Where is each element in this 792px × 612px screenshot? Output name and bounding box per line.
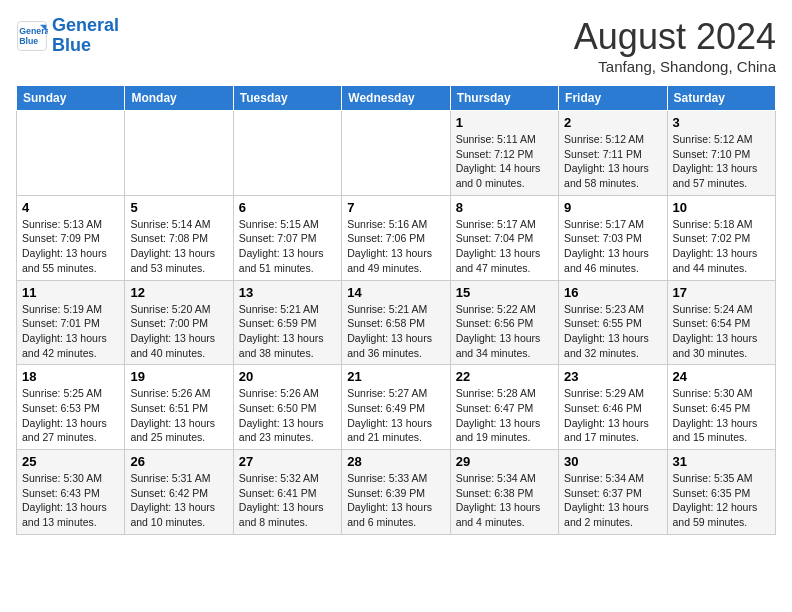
day-cell bbox=[17, 111, 125, 196]
day-info: Sunrise: 5:34 AM Sunset: 6:37 PM Dayligh… bbox=[564, 471, 661, 530]
day-info: Sunrise: 5:33 AM Sunset: 6:39 PM Dayligh… bbox=[347, 471, 444, 530]
day-info: Sunrise: 5:21 AM Sunset: 6:58 PM Dayligh… bbox=[347, 302, 444, 361]
day-number: 7 bbox=[347, 200, 444, 215]
day-number: 19 bbox=[130, 369, 227, 384]
svg-text:Blue: Blue bbox=[19, 36, 38, 46]
day-info: Sunrise: 5:32 AM Sunset: 6:41 PM Dayligh… bbox=[239, 471, 336, 530]
week-row-4: 18Sunrise: 5:25 AM Sunset: 6:53 PM Dayli… bbox=[17, 365, 776, 450]
logo: General Blue GeneralBlue bbox=[16, 16, 119, 56]
day-cell: 3Sunrise: 5:12 AM Sunset: 7:10 PM Daylig… bbox=[667, 111, 775, 196]
day-number: 13 bbox=[239, 285, 336, 300]
week-row-2: 4Sunrise: 5:13 AM Sunset: 7:09 PM Daylig… bbox=[17, 195, 776, 280]
day-cell: 25Sunrise: 5:30 AM Sunset: 6:43 PM Dayli… bbox=[17, 450, 125, 535]
day-cell: 23Sunrise: 5:29 AM Sunset: 6:46 PM Dayli… bbox=[559, 365, 667, 450]
weekday-header-row: SundayMondayTuesdayWednesdayThursdayFrid… bbox=[17, 86, 776, 111]
weekday-header-tuesday: Tuesday bbox=[233, 86, 341, 111]
day-info: Sunrise: 5:25 AM Sunset: 6:53 PM Dayligh… bbox=[22, 386, 119, 445]
day-cell: 9Sunrise: 5:17 AM Sunset: 7:03 PM Daylig… bbox=[559, 195, 667, 280]
day-number: 26 bbox=[130, 454, 227, 469]
day-number: 22 bbox=[456, 369, 553, 384]
day-cell: 28Sunrise: 5:33 AM Sunset: 6:39 PM Dayli… bbox=[342, 450, 450, 535]
day-cell: 29Sunrise: 5:34 AM Sunset: 6:38 PM Dayli… bbox=[450, 450, 558, 535]
day-cell: 12Sunrise: 5:20 AM Sunset: 7:00 PM Dayli… bbox=[125, 280, 233, 365]
week-row-1: 1Sunrise: 5:11 AM Sunset: 7:12 PM Daylig… bbox=[17, 111, 776, 196]
day-cell: 20Sunrise: 5:26 AM Sunset: 6:50 PM Dayli… bbox=[233, 365, 341, 450]
day-number: 23 bbox=[564, 369, 661, 384]
page-header: General Blue GeneralBlue August 2024 Tan… bbox=[16, 16, 776, 75]
day-number: 24 bbox=[673, 369, 770, 384]
day-cell: 8Sunrise: 5:17 AM Sunset: 7:04 PM Daylig… bbox=[450, 195, 558, 280]
day-number: 11 bbox=[22, 285, 119, 300]
day-info: Sunrise: 5:12 AM Sunset: 7:11 PM Dayligh… bbox=[564, 132, 661, 191]
day-cell: 24Sunrise: 5:30 AM Sunset: 6:45 PM Dayli… bbox=[667, 365, 775, 450]
day-info: Sunrise: 5:11 AM Sunset: 7:12 PM Dayligh… bbox=[456, 132, 553, 191]
logo-text: GeneralBlue bbox=[52, 16, 119, 56]
day-cell: 6Sunrise: 5:15 AM Sunset: 7:07 PM Daylig… bbox=[233, 195, 341, 280]
day-number: 8 bbox=[456, 200, 553, 215]
day-number: 31 bbox=[673, 454, 770, 469]
day-number: 27 bbox=[239, 454, 336, 469]
day-cell: 7Sunrise: 5:16 AM Sunset: 7:06 PM Daylig… bbox=[342, 195, 450, 280]
day-info: Sunrise: 5:20 AM Sunset: 7:00 PM Dayligh… bbox=[130, 302, 227, 361]
day-number: 18 bbox=[22, 369, 119, 384]
day-number: 17 bbox=[673, 285, 770, 300]
day-info: Sunrise: 5:26 AM Sunset: 6:51 PM Dayligh… bbox=[130, 386, 227, 445]
weekday-header-wednesday: Wednesday bbox=[342, 86, 450, 111]
day-number: 9 bbox=[564, 200, 661, 215]
day-number: 5 bbox=[130, 200, 227, 215]
day-cell: 16Sunrise: 5:23 AM Sunset: 6:55 PM Dayli… bbox=[559, 280, 667, 365]
day-number: 25 bbox=[22, 454, 119, 469]
day-info: Sunrise: 5:19 AM Sunset: 7:01 PM Dayligh… bbox=[22, 302, 119, 361]
day-number: 1 bbox=[456, 115, 553, 130]
day-number: 4 bbox=[22, 200, 119, 215]
day-cell: 13Sunrise: 5:21 AM Sunset: 6:59 PM Dayli… bbox=[233, 280, 341, 365]
day-number: 3 bbox=[673, 115, 770, 130]
day-cell: 4Sunrise: 5:13 AM Sunset: 7:09 PM Daylig… bbox=[17, 195, 125, 280]
location-subtitle: Tanfang, Shandong, China bbox=[574, 58, 776, 75]
day-cell: 21Sunrise: 5:27 AM Sunset: 6:49 PM Dayli… bbox=[342, 365, 450, 450]
day-number: 15 bbox=[456, 285, 553, 300]
day-number: 30 bbox=[564, 454, 661, 469]
day-cell: 27Sunrise: 5:32 AM Sunset: 6:41 PM Dayli… bbox=[233, 450, 341, 535]
day-number: 16 bbox=[564, 285, 661, 300]
day-info: Sunrise: 5:22 AM Sunset: 6:56 PM Dayligh… bbox=[456, 302, 553, 361]
day-info: Sunrise: 5:12 AM Sunset: 7:10 PM Dayligh… bbox=[673, 132, 770, 191]
day-cell: 11Sunrise: 5:19 AM Sunset: 7:01 PM Dayli… bbox=[17, 280, 125, 365]
day-cell: 2Sunrise: 5:12 AM Sunset: 7:11 PM Daylig… bbox=[559, 111, 667, 196]
title-block: August 2024 Tanfang, Shandong, China bbox=[574, 16, 776, 75]
day-info: Sunrise: 5:23 AM Sunset: 6:55 PM Dayligh… bbox=[564, 302, 661, 361]
calendar-table: SundayMondayTuesdayWednesdayThursdayFrid… bbox=[16, 85, 776, 535]
day-cell: 10Sunrise: 5:18 AM Sunset: 7:02 PM Dayli… bbox=[667, 195, 775, 280]
day-cell: 17Sunrise: 5:24 AM Sunset: 6:54 PM Dayli… bbox=[667, 280, 775, 365]
month-title: August 2024 bbox=[574, 16, 776, 58]
day-cell: 1Sunrise: 5:11 AM Sunset: 7:12 PM Daylig… bbox=[450, 111, 558, 196]
day-info: Sunrise: 5:14 AM Sunset: 7:08 PM Dayligh… bbox=[130, 217, 227, 276]
day-cell bbox=[233, 111, 341, 196]
day-info: Sunrise: 5:34 AM Sunset: 6:38 PM Dayligh… bbox=[456, 471, 553, 530]
day-info: Sunrise: 5:15 AM Sunset: 7:07 PM Dayligh… bbox=[239, 217, 336, 276]
day-cell bbox=[342, 111, 450, 196]
weekday-header-saturday: Saturday bbox=[667, 86, 775, 111]
day-info: Sunrise: 5:21 AM Sunset: 6:59 PM Dayligh… bbox=[239, 302, 336, 361]
logo-icon: General Blue bbox=[16, 20, 48, 52]
weekday-header-friday: Friday bbox=[559, 86, 667, 111]
day-number: 2 bbox=[564, 115, 661, 130]
day-info: Sunrise: 5:29 AM Sunset: 6:46 PM Dayligh… bbox=[564, 386, 661, 445]
day-info: Sunrise: 5:17 AM Sunset: 7:03 PM Dayligh… bbox=[564, 217, 661, 276]
day-number: 29 bbox=[456, 454, 553, 469]
day-cell: 14Sunrise: 5:21 AM Sunset: 6:58 PM Dayli… bbox=[342, 280, 450, 365]
day-info: Sunrise: 5:26 AM Sunset: 6:50 PM Dayligh… bbox=[239, 386, 336, 445]
day-cell: 22Sunrise: 5:28 AM Sunset: 6:47 PM Dayli… bbox=[450, 365, 558, 450]
day-cell: 15Sunrise: 5:22 AM Sunset: 6:56 PM Dayli… bbox=[450, 280, 558, 365]
day-cell: 31Sunrise: 5:35 AM Sunset: 6:35 PM Dayli… bbox=[667, 450, 775, 535]
day-info: Sunrise: 5:18 AM Sunset: 7:02 PM Dayligh… bbox=[673, 217, 770, 276]
day-info: Sunrise: 5:28 AM Sunset: 6:47 PM Dayligh… bbox=[456, 386, 553, 445]
day-info: Sunrise: 5:13 AM Sunset: 7:09 PM Dayligh… bbox=[22, 217, 119, 276]
day-number: 28 bbox=[347, 454, 444, 469]
weekday-header-monday: Monday bbox=[125, 86, 233, 111]
day-info: Sunrise: 5:30 AM Sunset: 6:45 PM Dayligh… bbox=[673, 386, 770, 445]
day-cell: 26Sunrise: 5:31 AM Sunset: 6:42 PM Dayli… bbox=[125, 450, 233, 535]
week-row-5: 25Sunrise: 5:30 AM Sunset: 6:43 PM Dayli… bbox=[17, 450, 776, 535]
day-number: 12 bbox=[130, 285, 227, 300]
day-number: 14 bbox=[347, 285, 444, 300]
